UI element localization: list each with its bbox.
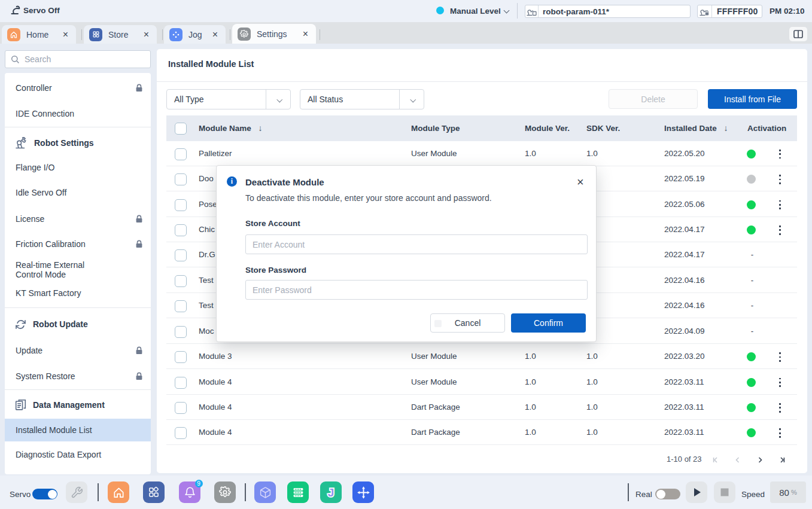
svg-text:J: J: [328, 486, 334, 499]
